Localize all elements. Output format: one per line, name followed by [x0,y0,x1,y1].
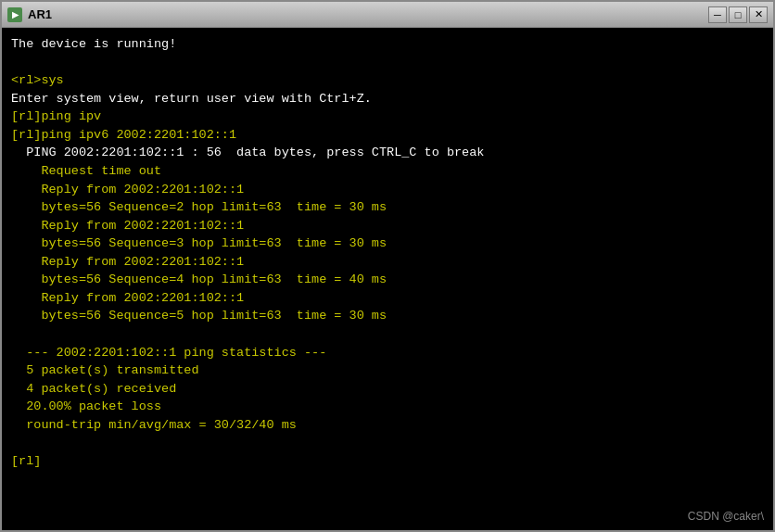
window-icon: ▶ [7,7,22,22]
line-packet-loss: 20.00% packet loss [11,399,161,413]
line-seq5: bytes=56 Sequence=5 hop limit=63 time = … [11,309,387,323]
line-prompt: [rl] [11,454,41,468]
line-seq2: bytes=56 Sequence=2 hop limit=63 time = … [11,200,387,214]
line-sys-cmd: <rl>sys [11,73,64,87]
line-round-trip: round-trip min/avg/max = 30/32/40 ms [11,418,297,432]
line-reply4: Reply from 2002:2201:102::1 [11,291,244,305]
line-enter-sys: Enter system view, return user view with… [11,92,372,106]
line-ping-header: PING 2002:2201:102::1 : 56 data bytes, p… [11,146,484,159]
restore-button[interactable]: □ [729,6,747,23]
line-transmitted: 5 packet(s) transmitted [11,363,199,377]
close-button[interactable]: ✕ [749,6,768,23]
line-seq4: bytes=56 Sequence=4 hop limit=63 time = … [11,272,387,286]
line-ping-ipv: [rl]ping ipv [11,109,101,123]
line-reply2: Reply from 2002:2201:102::1 [11,219,244,233]
line-reply1: Reply from 2002:2201:102::1 [11,183,244,196]
window-controls: ─ □ ✕ [708,6,768,23]
line-reply3: Reply from 2002:2201:102::1 [11,255,244,269]
line-request-timeout: Request time out [11,164,161,178]
terminal-body[interactable]: The device is running! <rl>sys Enter sys… [2,28,773,530]
line-device-running: The device is running! [11,37,176,51]
terminal-output: The device is running! <rl>sys Enter sys… [11,35,764,471]
window-title: AR1 [28,7,708,21]
line-received: 4 packet(s) received [11,382,176,396]
line-ping-ipv6: [rl]ping ipv6 2002:2201:102::1 [11,128,236,142]
watermark: CSDN @caker\ [688,510,764,523]
titlebar: ▶ AR1 ─ □ ✕ [2,2,773,28]
line-seq3: bytes=56 Sequence=3 hop limit=63 time = … [11,236,387,250]
line-stats-header: --- 2002:2201:102::1 ping statistics --- [11,346,326,360]
minimize-button[interactable]: ─ [708,6,727,23]
terminal-window: ▶ AR1 ─ □ ✕ The device is running! <rl>s… [0,0,775,532]
